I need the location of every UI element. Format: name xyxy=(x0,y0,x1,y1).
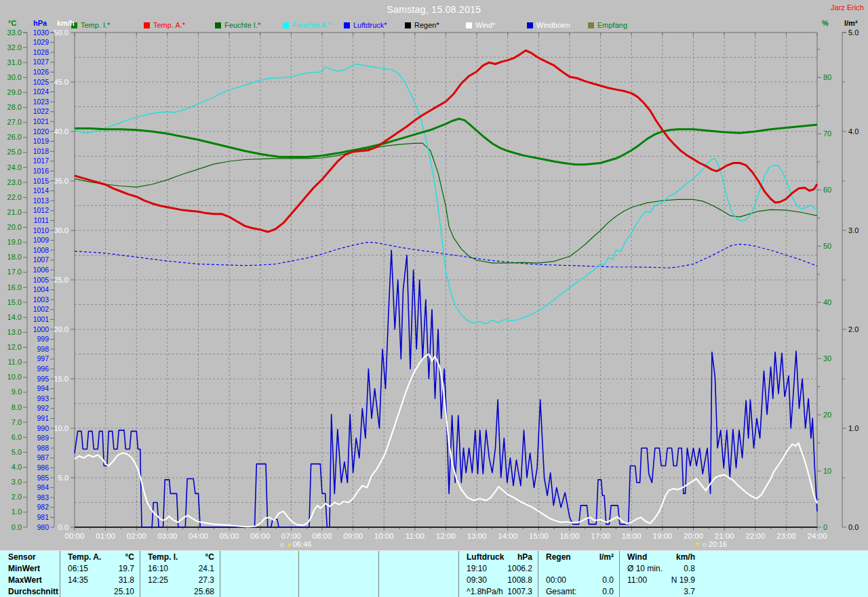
table-cell-text xyxy=(220,552,228,563)
tick-label-hpa: 984 xyxy=(37,483,49,491)
x-tick-label: 16:00 xyxy=(560,532,580,540)
table-cell: 25.68 xyxy=(140,586,220,597)
statistics-table: SensorMinWertMaxWertDurchschnittTemp. A.… xyxy=(0,550,868,597)
tick-label-temp: 21.0 xyxy=(7,208,22,216)
tick-label-hpa: 1012 xyxy=(33,206,50,214)
table-cell-value xyxy=(453,563,458,575)
tick-label-temp: 31.0 xyxy=(7,58,22,66)
table-cell xyxy=(378,575,458,586)
table-cell: 14:3531.8 xyxy=(60,575,140,586)
table-cell xyxy=(378,586,458,597)
tick-label-kmh: 40.0 xyxy=(54,127,68,136)
tick-label-hpa: 1004 xyxy=(33,285,50,293)
tick-label-kmh: 35.0 xyxy=(54,177,68,185)
table-cell-text xyxy=(298,575,307,586)
table-cell-value: 24.1 xyxy=(199,563,220,575)
tick-label-lm2: 4.0 xyxy=(848,127,859,136)
tick-label-temp: 18.0 xyxy=(7,253,22,261)
table-cell-value: 31.8 xyxy=(119,575,140,586)
tick-label-hpa: 998 xyxy=(37,345,49,353)
x-tick-label: 10:00 xyxy=(374,532,394,540)
tick-label-hpa: 1022 xyxy=(33,107,50,115)
table-cell-value: 1008.8 xyxy=(507,575,538,586)
table-cell-value: 0.0 xyxy=(602,575,619,586)
table-cell-text: 00:00 xyxy=(538,575,566,586)
tick-label-hpa: 1001 xyxy=(33,315,50,323)
table-cell-text: Gesamt: xyxy=(538,586,576,597)
tick-label-hpa: 1006 xyxy=(33,266,50,274)
table-cell-text xyxy=(60,586,68,597)
tick-label-temp: 8.0 xyxy=(12,403,22,411)
tick-label-hpa: 1026 xyxy=(33,68,50,76)
tick-label-kmh: 20.0 xyxy=(54,325,68,333)
x-tick-label: 03:00 xyxy=(157,532,177,540)
tick-label-lm2: 2.0 xyxy=(848,325,859,333)
tick-label-lm2: 0.0 xyxy=(848,523,859,531)
tick-label-temp: 3.0 xyxy=(12,478,22,486)
tick-label-pct: 70 xyxy=(823,129,831,138)
tick-label-hpa: 1023 xyxy=(33,98,50,106)
table-cell-text: MinWert xyxy=(0,563,40,575)
table-cell: 19:101006.2 xyxy=(458,563,538,575)
tick-label-kmh: 50.0 xyxy=(54,28,68,37)
weather-app-window: Samstag, 15.08.2015 Jarz Erich Temp. I.*… xyxy=(0,0,868,597)
table-cell-text xyxy=(298,586,307,597)
table-cell-value: 19.7 xyxy=(119,563,140,575)
tick-label-temp: 0.0 xyxy=(12,523,22,531)
x-tick-label: 12:00 xyxy=(436,532,456,540)
plot-area[interactable]: 33.032.031.030.029.028.027.026.025.024.0… xyxy=(0,0,868,550)
tick-label-kmh: 15.0 xyxy=(54,375,68,383)
table-cell: 06:1519.7 xyxy=(60,563,140,575)
table-cell xyxy=(298,552,378,563)
table-cell-text xyxy=(220,575,228,586)
table-cell: Windkm/h xyxy=(619,552,701,563)
table-cell xyxy=(298,575,378,586)
table-cell-value: hPa xyxy=(517,552,538,563)
tick-label-hpa: 1003 xyxy=(33,295,50,304)
table-cell: Durchschnitt xyxy=(0,586,60,597)
tick-label-pct: 10 xyxy=(823,467,831,475)
tick-label-lm2: 3.0 xyxy=(848,226,859,234)
tick-label-kmh: 45.0 xyxy=(54,78,68,86)
tick-label-hpa: 992 xyxy=(37,404,49,412)
x-tick-label: 08:00 xyxy=(313,532,332,540)
table-cell-value: 27.3 xyxy=(199,575,220,586)
table-cell xyxy=(538,563,619,575)
tick-label-hpa: 1020 xyxy=(33,127,50,136)
tick-label-hpa: 980 xyxy=(37,523,49,531)
table-cell-text: MaxWert xyxy=(0,575,42,586)
table-cell: 16:1024.1 xyxy=(140,563,220,575)
table-cell-text xyxy=(220,586,228,597)
table-cell-text: Luftdruck xyxy=(458,552,504,563)
table-cell-text: Temp. A. xyxy=(60,552,101,563)
tick-label-kmh: 5.0 xyxy=(58,474,68,482)
table-cell-value: 0.0 xyxy=(602,586,619,597)
tick-label-kmh: 30.0 xyxy=(54,226,68,234)
tick-label-hpa: 995 xyxy=(37,375,49,383)
x-tick-label: 24:00 xyxy=(808,532,827,540)
tick-label-temp: 27.0 xyxy=(7,118,22,126)
table-cell-value: 1007.3 xyxy=(507,586,538,597)
tick-label-pct: 80 xyxy=(823,73,831,81)
x-tick-label: 05:00 xyxy=(220,532,239,540)
tick-label-kmh: 25.0 xyxy=(54,276,68,284)
tick-label-hpa: 1024 xyxy=(33,87,50,96)
tick-label-hpa: 1013 xyxy=(33,197,50,205)
table-cell-text: Ø 10 min. xyxy=(619,563,663,575)
tick-label-temp: 9.0 xyxy=(12,388,22,396)
table-cell-value xyxy=(373,563,378,575)
tick-label-hpa: 1025 xyxy=(33,78,50,86)
grid xyxy=(75,33,817,527)
tick-label-hpa: 981 xyxy=(37,513,49,521)
tick-label-hpa: 1019 xyxy=(33,137,50,145)
table-cell-text xyxy=(619,586,627,597)
x-tick-label: 13:00 xyxy=(467,532,487,540)
tick-label-temp: 17.0 xyxy=(7,268,22,276)
tick-label-temp: 16.0 xyxy=(7,283,22,291)
table-cell-value xyxy=(373,575,378,586)
table-cell: ^1.8hPa/h1007.3 xyxy=(458,586,538,597)
tick-label-hpa: 988 xyxy=(37,444,49,452)
sunset-marker: ▼☼ 20:16 xyxy=(694,539,728,549)
tick-label-temp: 6.0 xyxy=(12,433,22,441)
tick-label-temp: 14.0 xyxy=(7,313,22,321)
